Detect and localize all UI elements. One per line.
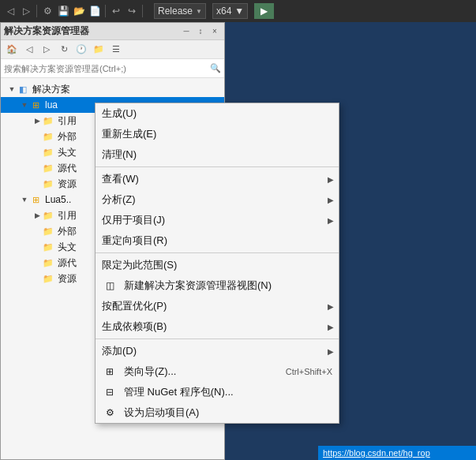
tree-item-label: 外部 bbox=[58, 130, 77, 144]
context-menu: 生成(U)重新生成(E)清理(N)查看(W)▶分析(Z)▶仅用于项目(J)▶重定… bbox=[95, 103, 339, 424]
search-icon: 🔍 bbox=[210, 63, 221, 73]
menu-item-only_project[interactable]: 仅用于项目(J)▶ bbox=[96, 210, 339, 230]
tree-expander-icon[interactable]: ▶ bbox=[32, 211, 42, 220]
tree-item-icon: 📁 bbox=[42, 146, 54, 159]
tree-item-icon: 📁 bbox=[42, 178, 54, 190]
undo-icon[interactable]: ↩ bbox=[109, 4, 123, 18]
redo-icon[interactable]: ↪ bbox=[125, 4, 139, 18]
tree-expander-icon[interactable]: ▼ bbox=[7, 84, 17, 94]
submenu-arrow-icon: ▶ bbox=[328, 216, 334, 225]
menu-item-label: 生成依赖项(B) bbox=[102, 320, 167, 334]
tree-expander-icon[interactable]: ▼ bbox=[20, 195, 29, 204]
menu-item-retarget[interactable]: 重定向项目(R) bbox=[96, 230, 339, 251]
menu-item-label: 添加(D) bbox=[102, 344, 137, 358]
tree-item-label: 解决方案 bbox=[32, 83, 70, 96]
menu-item-view[interactable]: 查看(W)▶ bbox=[96, 169, 339, 189]
menu-item-label: 设为启动项目(A) bbox=[124, 406, 199, 420]
menu-item-shortcut: Ctrl+Shift+X bbox=[286, 367, 332, 376]
tree-item-label: lua bbox=[45, 99, 58, 110]
menu-item-label: 仅用于项目(J) bbox=[102, 213, 165, 227]
menu-item-label: 查看(W) bbox=[102, 172, 139, 186]
menu-item-new_view[interactable]: ◫新建解决方案资源管理器视图(N) bbox=[96, 275, 339, 296]
menu-item-label: 按配置优化(P) bbox=[102, 299, 167, 313]
submenu-arrow-icon: ▶ bbox=[328, 347, 334, 356]
menu-separator bbox=[96, 166, 339, 167]
file-icon[interactable]: 📄 bbox=[88, 4, 102, 18]
open-icon[interactable]: 📂 bbox=[72, 4, 86, 18]
tree-expander-icon[interactable]: ▼ bbox=[20, 100, 29, 110]
tree-expander-icon[interactable]: ▶ bbox=[32, 116, 42, 125]
menu-item-build[interactable]: 生成(U) bbox=[96, 103, 339, 124]
panel-pin-button[interactable]: ─ bbox=[180, 25, 193, 38]
platform-arrow-icon: ▼ bbox=[234, 6, 244, 17]
tree-expander-icon[interactable] bbox=[32, 163, 42, 173]
tree-expander-icon[interactable] bbox=[32, 148, 42, 157]
menu-item-analyze[interactable]: 分析(Z)▶ bbox=[96, 189, 339, 210]
menu-item-label: 重定向项目(R) bbox=[102, 234, 167, 248]
tree-expander-icon[interactable] bbox=[32, 274, 42, 283]
back-icon[interactable]: ◁ bbox=[3, 4, 17, 18]
status-link[interactable]: https://blog.csdn.net/hg_rop bbox=[323, 448, 430, 458]
menu-item-label: 限定为此范围(S) bbox=[102, 258, 177, 272]
run-icon: ▶ bbox=[260, 6, 268, 17]
tree-expander-icon[interactable] bbox=[32, 179, 42, 189]
menu-item-label: 分析(Z) bbox=[102, 193, 136, 207]
tree-item[interactable]: ▼◧解决方案 bbox=[1, 81, 224, 97]
menu-item-class_wizard[interactable]: ⊞类向导(Z)...Ctrl+Shift+X bbox=[96, 361, 339, 382]
panel-title: 解决方案资源管理器 bbox=[4, 24, 180, 38]
menu-item-set_startup[interactable]: ⚙设为启动项目(A) bbox=[96, 402, 339, 423]
panel-move-button[interactable]: ↕ bbox=[194, 25, 207, 38]
tree-item-icon: ⊞ bbox=[29, 193, 42, 206]
tree-item-label: 资源 bbox=[58, 272, 77, 286]
tree-item-label: 源代 bbox=[58, 162, 77, 175]
submenu-arrow-icon: ▶ bbox=[328, 323, 334, 331]
panel-close-button[interactable]: × bbox=[208, 25, 221, 38]
tree-item-icon: 📁 bbox=[42, 162, 54, 174]
toolbar-clock-icon[interactable]: 🕐 bbox=[73, 42, 89, 58]
toolbar-back-icon[interactable]: ◁ bbox=[21, 42, 37, 58]
tree-item-label: 源代 bbox=[58, 256, 77, 270]
config-arrow-icon: ▼ bbox=[196, 8, 202, 15]
config-dropdown[interactable]: Release ▼ bbox=[154, 3, 206, 19]
menu-item-icon: ◫ bbox=[102, 278, 118, 294]
nav-buttons: ◁ ▷ ⚙ 💾 📂 📄 ↩ ↪ bbox=[3, 4, 144, 18]
forward-icon[interactable]: ▷ bbox=[19, 4, 33, 18]
tree-expander-icon[interactable] bbox=[32, 226, 42, 236]
menu-separator bbox=[96, 252, 339, 253]
menu-item-label: 清理(N) bbox=[102, 148, 137, 162]
submenu-arrow-icon: ▶ bbox=[328, 302, 334, 311]
search-input[interactable] bbox=[4, 64, 207, 73]
toolbar-folder-icon[interactable]: 📁 bbox=[91, 42, 107, 58]
save-icon[interactable]: 💾 bbox=[56, 4, 70, 18]
tree-item-icon: ⊞ bbox=[29, 99, 42, 111]
toolbar-filter-icon[interactable]: ☰ bbox=[108, 42, 124, 58]
platform-label: x64 bbox=[216, 6, 231, 17]
menu-item-rebuild[interactable]: 重新生成(E) bbox=[96, 124, 339, 144]
tree-item-icon: 📁 bbox=[42, 114, 54, 127]
tree-item-icon: 📁 bbox=[42, 241, 54, 253]
toolbar-home-icon[interactable]: 🏠 bbox=[4, 42, 20, 58]
tree-item-icon: 📁 bbox=[42, 130, 54, 143]
platform-dropdown[interactable]: x64 ▼ bbox=[212, 3, 248, 19]
menu-item-label: 生成(U) bbox=[102, 107, 137, 121]
tree-expander-icon[interactable] bbox=[32, 242, 42, 252]
tree-item-label: 资源 bbox=[58, 178, 77, 191]
menu-item-scope[interactable]: 限定为此范围(S) bbox=[96, 255, 339, 275]
menu-item-label: 重新生成(E) bbox=[102, 127, 156, 141]
menu-item-clean[interactable]: 清理(N) bbox=[96, 144, 339, 165]
toolbar-forward-icon[interactable]: ▷ bbox=[39, 42, 54, 58]
run-button[interactable]: ▶ bbox=[254, 3, 274, 19]
menu-item-icon: ⚙ bbox=[102, 405, 118, 421]
menu-item-config_opt[interactable]: 按配置优化(P)▶ bbox=[96, 296, 339, 316]
submenu-arrow-icon: ▶ bbox=[328, 175, 334, 184]
menu-item-nuget[interactable]: ⊟管理 NuGet 程序包(N)... bbox=[96, 382, 339, 402]
toolbar-refresh-icon[interactable]: ↻ bbox=[56, 42, 72, 58]
menu-item-build_dep[interactable]: 生成依赖项(B)▶ bbox=[96, 316, 339, 337]
config-label: Release bbox=[158, 6, 193, 17]
top-toolbar: ◁ ▷ ⚙ 💾 📂 📄 ↩ ↪ Release ▼ x64 ▼ ▶ bbox=[0, 0, 476, 22]
tree-expander-icon[interactable] bbox=[32, 132, 42, 141]
settings-icon[interactable]: ⚙ bbox=[40, 4, 54, 18]
sep bbox=[36, 5, 37, 17]
tree-expander-icon[interactable] bbox=[32, 258, 42, 267]
menu-item-add[interactable]: 添加(D)▶ bbox=[96, 341, 339, 361]
